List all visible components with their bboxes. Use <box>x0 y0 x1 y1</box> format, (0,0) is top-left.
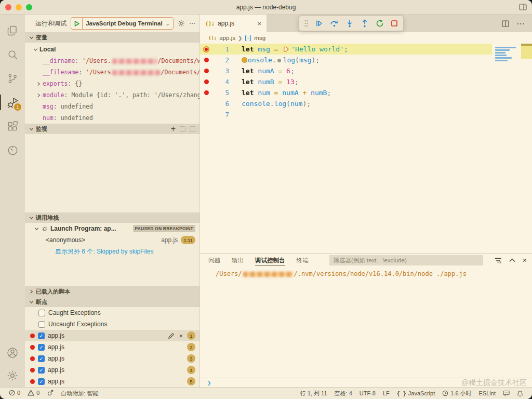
variable-row[interactable]: __filename: '/Users/Documents/wo… <box>25 66 200 78</box>
close-panel-icon[interactable]: × <box>523 256 527 264</box>
variable-row[interactable]: num: undefined <box>25 112 200 124</box>
code-line[interactable]: 2console.log(msg); <box>200 55 492 65</box>
debug-config-dropdown[interactable]: JavaScript Debug Terminal ⌄ <box>71 17 174 30</box>
status-item[interactable] <box>513 390 527 397</box>
console-filter-input[interactable] <box>329 255 483 265</box>
section-call-stack[interactable]: 调用堆栈 <box>25 212 200 223</box>
inline-breakpoint-candidate-icon[interactable] <box>277 59 281 62</box>
status-item-ESLint[interactable]: ESLint <box>475 390 499 396</box>
checkbox-checked[interactable]: ✓ <box>38 378 45 385</box>
show-skipped-link[interactable]: 显示另外 6 个: Skipped by skipFiles <box>34 247 153 256</box>
status-item-0[interactable]: 0 <box>24 390 43 396</box>
breadcrumbs[interactable]: (); app.js ❯ msg <box>200 32 532 44</box>
variable-row[interactable]: module: Module {id: '.', path: '/Users/z… <box>25 89 200 101</box>
debug-session-row[interactable]: Launch Program: ap... PAUSED ON BREAKPOI… <box>25 223 200 234</box>
status-item-0[interactable]: 0 <box>5 390 24 396</box>
gear-icon[interactable] <box>178 20 185 27</box>
code-line[interactable]: 7 <box>200 109 492 120</box>
edit-breakpoint-icon[interactable] <box>168 332 175 339</box>
breakpoint-row[interactable]: ✓ app.js 2 <box>25 341 200 353</box>
section-loaded-scripts[interactable]: 已载入的脚本 <box>25 286 200 297</box>
inline-breakpoint-icon[interactable] <box>242 57 247 63</box>
breakpoint-dot-icon[interactable] <box>204 58 209 62</box>
activity-explorer[interactable] <box>0 19 25 43</box>
activity-search[interactable] <box>0 43 25 66</box>
checkbox-checked[interactable]: ✓ <box>38 332 45 339</box>
caught-exceptions-row[interactable]: Caught Exceptions <box>25 307 200 318</box>
activity-settings[interactable] <box>0 364 25 387</box>
stop-button[interactable] <box>391 20 398 27</box>
panel-tab-终端[interactable]: 终端 <box>297 254 309 267</box>
remove-breakpoint-icon[interactable]: × <box>179 332 183 340</box>
section-breakpoints[interactable]: 断点 <box>25 297 200 307</box>
restart-button[interactable] <box>376 19 384 28</box>
panel-tab-问题[interactable]: 问题 <box>208 254 220 267</box>
breadcrumb-symbol[interactable]: msg <box>254 35 265 41</box>
current-breakpoint-icon[interactable] <box>203 46 209 52</box>
code-line[interactable]: 6console.log(num); <box>200 98 492 109</box>
scope-row[interactable]: Local <box>25 44 200 55</box>
drag-handle-icon[interactable] <box>304 20 308 27</box>
checkbox-unchecked[interactable] <box>38 321 45 328</box>
collapse-all-icon[interactable] <box>180 126 185 132</box>
breadcrumb-file[interactable]: app.js <box>219 35 235 41</box>
step-into-button[interactable] <box>345 19 354 28</box>
checkbox-checked[interactable]: ✓ <box>38 355 45 362</box>
start-debug-icon[interactable] <box>71 18 83 29</box>
activity-source-control[interactable] <box>0 66 25 90</box>
close-icon[interactable]: × <box>257 20 261 28</box>
code-line[interactable]: 1let msg = 'Hello world'; <box>200 44 492 55</box>
breakpoint-row[interactable]: ✓ app.js 5 <box>25 376 200 387</box>
activity-history[interactable] <box>0 138 25 162</box>
code-line[interactable]: 3let numA = 6; <box>200 65 492 76</box>
status-item[interactable] <box>43 390 57 396</box>
variable-row[interactable]: __dirname: '/Users./Documents/wor… <box>25 55 200 66</box>
status-item-UTF8[interactable]: UTF-8 <box>356 390 379 396</box>
breakpoint-dot-icon[interactable] <box>204 79 209 84</box>
code-line[interactable]: 5let num = numA + numB; <box>200 87 492 98</box>
checkbox-checked[interactable]: ✓ <box>38 367 45 374</box>
checkbox-checked[interactable]: ✓ <box>38 344 45 351</box>
status-item-[interactable]: 自动附加: 智能 <box>57 390 102 397</box>
code-editor[interactable]: 1let msg = 'Hello world';2console.log(ms… <box>200 44 532 253</box>
panel-tab-输出[interactable]: 输出 <box>232 254 244 267</box>
skipped-frames-row[interactable]: 显示另外 6 个: Skipped by skipFiles <box>25 246 200 257</box>
step-out-button[interactable] <box>361 19 369 28</box>
section-watch[interactable]: 监视 + <box>25 124 200 134</box>
minimap[interactable] <box>492 44 521 253</box>
variable-row[interactable]: exports: {} <box>25 78 200 89</box>
remove-all-icon[interactable] <box>190 126 195 132</box>
section-variables[interactable]: 变量 <box>25 32 200 43</box>
continue-button[interactable] <box>315 19 323 28</box>
overview-ruler[interactable] <box>521 44 532 253</box>
status-item-LF[interactable]: LF <box>379 390 393 396</box>
add-watch-icon[interactable]: + <box>171 125 176 133</box>
maximize-panel-icon[interactable] <box>509 258 515 262</box>
activity-run-debug[interactable]: 1 <box>0 90 25 114</box>
status-item[interactable] <box>499 390 513 396</box>
status-item-111[interactable]: 行 1, 列 11 <box>297 390 331 397</box>
status-item-JavaScript[interactable]: { }JavaScript <box>393 390 438 396</box>
step-over-button[interactable] <box>330 19 339 28</box>
uncaught-exceptions-row[interactable]: Uncaught Exceptions <box>25 318 200 330</box>
breakpoint-row[interactable]: ✓ app.js 3 <box>25 353 200 364</box>
stack-frame-row[interactable]: <anonymous> app.js 1:11 <box>25 234 200 246</box>
breakpoint-row[interactable]: ✓ app.js 4 <box>25 364 200 376</box>
split-editor-icon[interactable] <box>502 20 509 27</box>
checkbox-unchecked[interactable] <box>38 310 45 316</box>
tab-appjs[interactable]: (); app.js × <box>200 15 267 32</box>
activity-account[interactable] <box>0 341 25 364</box>
status-item-16[interactable]: 1.6 小时 <box>438 390 475 397</box>
breakpoint-row[interactable]: ✓ app.js × 1 <box>25 330 200 341</box>
filter-icon[interactable] <box>495 257 502 264</box>
code-line[interactable]: 4let numB = 13; <box>200 76 492 87</box>
breakpoint-dot-icon[interactable] <box>204 90 209 95</box>
panel-tab-调试控制台[interactable]: 调试控制台 <box>255 254 285 267</box>
activity-extensions[interactable] <box>0 114 25 138</box>
more-actions-icon[interactable]: ⋯ <box>189 20 195 27</box>
console-input-row[interactable]: ❯ @稀土掘金技术社区 <box>200 378 532 387</box>
variable-row[interactable]: msg: undefined <box>25 101 200 112</box>
status-item-4[interactable]: 空格: 4 <box>331 390 356 397</box>
more-actions-icon[interactable]: ⋯ <box>516 19 525 29</box>
breakpoint-dot-icon[interactable] <box>204 69 209 73</box>
